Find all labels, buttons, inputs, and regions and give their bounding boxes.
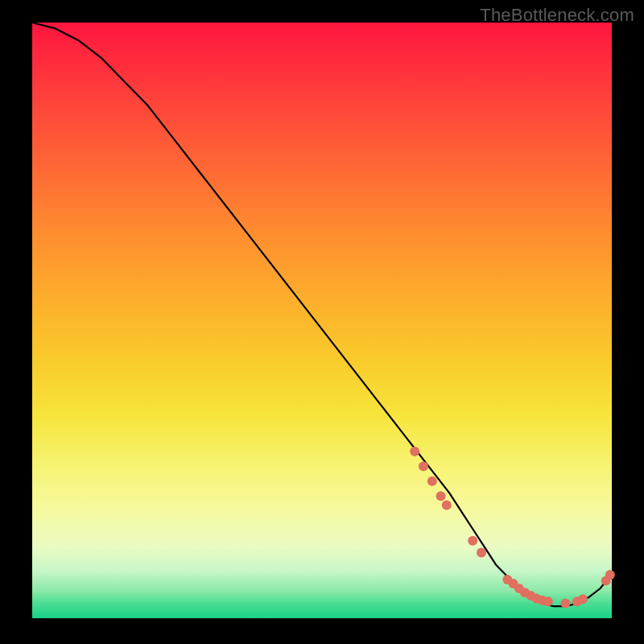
marker-dot xyxy=(477,548,486,558)
highlight-dots xyxy=(410,447,615,609)
bottleneck-curve xyxy=(32,23,612,606)
marker-dot xyxy=(543,597,553,606)
marker-dot xyxy=(468,536,477,546)
marker-dot xyxy=(427,477,437,486)
marker-dot xyxy=(410,447,419,456)
marker-dot xyxy=(442,500,452,510)
marker-dot xyxy=(578,594,588,604)
chart-stage: TheBottleneck.com xyxy=(0,0,644,644)
marker-dot xyxy=(605,570,615,580)
curve-svg xyxy=(32,23,612,618)
plot-area xyxy=(32,23,612,618)
marker-dot xyxy=(436,491,446,501)
marker-dot xyxy=(419,461,428,471)
marker-dot xyxy=(560,599,570,609)
